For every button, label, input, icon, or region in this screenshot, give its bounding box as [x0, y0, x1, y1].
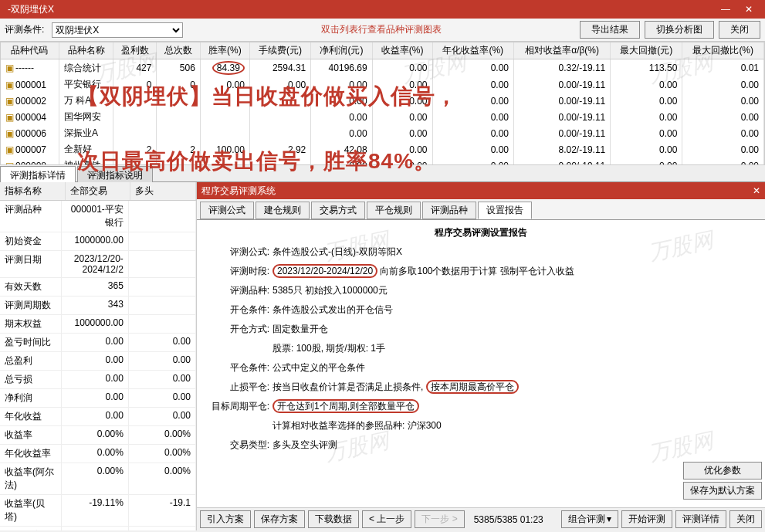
col-header[interactable]: 胜率(%)	[200, 42, 249, 59]
report-tab[interactable]: 评测品种	[422, 202, 476, 219]
value-cell: 0.00	[682, 76, 764, 93]
report-line: 止损平仓:按当日收盘价计算是否满足止损条件, 按本周期最高价平仓	[208, 381, 754, 394]
close2-button[interactable]: 关闭	[729, 510, 762, 528]
col-header[interactable]: 手续费(元)	[249, 42, 310, 59]
value-cell: 2	[157, 141, 200, 158]
value-cell: 0.00	[611, 76, 682, 93]
report-tab[interactable]: 建仓规则	[256, 202, 310, 219]
prev-button[interactable]: < 上一步	[362, 510, 411, 528]
table-row[interactable]: ▣000002万 科A0.000.000.000.00/-19.110.000.…	[1, 93, 764, 109]
report-line: 开仓方式:固定数量开仓	[208, 323, 754, 336]
next-button[interactable]: 下一步 >	[415, 510, 464, 528]
bottom-split: 指标名称 全部交易 多头 评测品种000001-平安银行初始资金1000000.…	[0, 182, 765, 530]
tab-indicator-detail[interactable]: 评测指标详情	[0, 166, 76, 182]
value-cell	[113, 125, 157, 141]
report-line: 开仓条件:条件选股公式发出的开仓信号	[208, 303, 754, 317]
table-row[interactable]: ▣000006深振业A0.000.000.000.00/-19.110.000.…	[1, 125, 764, 141]
col-header[interactable]: 年化收益率(%)	[432, 42, 513, 59]
value-cell	[200, 109, 249, 125]
indicator-row: 收益率(贝塔)-19.11%-19.1	[0, 495, 196, 527]
col-header[interactable]: 盈利数	[113, 42, 157, 59]
report-area: 程序交易评测设置报告 评测公式:条件选股公式-(日线)-双阴等阳X评测时段:20…	[197, 220, 765, 507]
col-header[interactable]: 收益率(%)	[372, 42, 432, 59]
report-line: 目标周期平仓:开仓达到1个周期,则全部数量平仓	[208, 400, 754, 413]
col-header[interactable]: 相对收益率α/β(%)	[514, 42, 611, 59]
value-cell	[157, 109, 200, 125]
col-header[interactable]: 净利润(元)	[311, 42, 372, 59]
value-cell: 0.00	[249, 76, 310, 93]
indicator-row: 期末权益1000000.00	[0, 315, 196, 334]
indicator-row: 盈亏时间比0.000.00	[0, 334, 196, 352]
value-cell	[113, 158, 157, 165]
report-tabs: 评测公式建仓规则交易方式平仓规则评测品种设置报告	[197, 199, 765, 220]
col-header[interactable]: 总次数	[157, 42, 200, 59]
value-cell	[113, 109, 157, 125]
switch-chart-button[interactable]: 切换分析图	[645, 21, 714, 39]
report-line: 平仓条件:公式中定义的平仓条件	[208, 361, 754, 374]
value-cell	[157, 93, 200, 109]
import-button[interactable]: 引入方案	[200, 510, 251, 528]
folder-icon: ▣	[5, 112, 14, 123]
value-cell: 2	[113, 141, 157, 158]
col-header[interactable]: 品种代码	[1, 42, 59, 59]
value-cell: 0.00	[372, 109, 432, 125]
results-table-wrap: 品种代码品种名称盈利数总次数胜率(%)手续费(元)净利润(元)收益率(%)年化收…	[0, 42, 765, 165]
value-cell: 0.00	[311, 93, 372, 109]
report-tab[interactable]: 评测公式	[200, 202, 254, 219]
value-cell: 2594.31	[249, 59, 310, 77]
value-cell: 2.92	[249, 141, 310, 158]
table-row[interactable]: ▣000007全新好22100.002.9242.080.000.008.02/…	[1, 141, 764, 158]
save-button[interactable]: 保存方案	[254, 510, 305, 528]
value-cell: 0	[113, 76, 157, 93]
code-cell: ▣000004	[1, 109, 59, 125]
report-title: 程序交易评测设置报告	[208, 226, 754, 239]
indicator-row: 评测周期数343	[0, 296, 196, 315]
value-cell: 0.00	[200, 76, 249, 93]
save-default-button[interactable]: 保存为默认方案	[683, 482, 762, 500]
export-button[interactable]: 导出结果	[580, 21, 640, 39]
table-row[interactable]: ▣000008神州高铁0.000.000.000.00/-19.110.000.…	[1, 158, 764, 165]
report-tab[interactable]: 设置报告	[478, 202, 532, 219]
close-button[interactable]: 关闭	[719, 21, 760, 39]
eval-detail-button[interactable]: 评测详情	[675, 510, 726, 528]
value-cell: 0.00	[372, 59, 432, 77]
subwindow-close-button[interactable]: ✕	[753, 185, 760, 196]
close-window-button[interactable]: ✕	[737, 2, 760, 17]
report-line: 计算相对收益率选择的参照品种: 沪深300	[208, 419, 754, 432]
folder-icon: ▣	[5, 128, 14, 139]
name-cell: 国华网安	[59, 109, 113, 125]
indicator-row: 总亏损0.000.00	[0, 371, 196, 389]
indicator-row: 有效天数365	[0, 278, 196, 296]
download-button[interactable]: 下载数据	[308, 510, 359, 528]
combo-eval-button[interactable]: 组合评测	[561, 510, 618, 528]
window-title: -双阴埋伏X	[5, 3, 714, 16]
start-eval-button[interactable]: 开始评测	[621, 510, 672, 528]
subwindow-titlebar: 程序交易评测系统 ✕	[197, 182, 765, 199]
report-tab[interactable]: 平仓规则	[367, 202, 421, 219]
col-header[interactable]: 品种名称	[59, 42, 113, 59]
name-cell: 神州高铁	[59, 158, 113, 165]
value-cell: 0.00	[432, 158, 513, 165]
indicator-panel: 指标名称 全部交易 多头 评测品种000001-平安银行初始资金1000000.…	[0, 182, 197, 530]
name-cell: 深振业A	[59, 125, 113, 141]
folder-icon: ▣	[5, 144, 14, 155]
minimize-button[interactable]: —	[714, 2, 737, 17]
tab-indicator-desc[interactable]: 评测指标说明	[77, 166, 153, 182]
code-cell: ▣000001	[1, 76, 59, 93]
table-row[interactable]: ▣000001平安银行000.000.000.000.000.000.00/-1…	[1, 76, 764, 93]
col-header[interactable]: 最大回撤比(%)	[682, 42, 764, 59]
name-cell: 全新好	[59, 141, 113, 158]
report-tab[interactable]: 交易方式	[311, 202, 365, 219]
code-cell: ▣------	[1, 59, 59, 77]
col-header[interactable]: 最大回撤(元)	[611, 42, 682, 59]
condition-select[interactable]: 双阴埋伏X	[52, 22, 183, 38]
indicator-row: 平均利润0.000.00	[0, 527, 196, 530]
folder-icon: ▣	[5, 96, 14, 107]
value-cell: 0.00	[432, 59, 513, 77]
indicator-row: 评测品种000001-平安银行	[0, 201, 196, 232]
optimize-button[interactable]: 优化参数	[683, 462, 762, 479]
table-row[interactable]: ▣------综合统计42750684.392594.3140196.690.0…	[1, 59, 764, 77]
window-titlebar: -双阴埋伏X — ✕	[0, 0, 765, 19]
table-row[interactable]: ▣000004国华网安0.000.000.000.00/-19.110.000.…	[1, 109, 764, 125]
results-table[interactable]: 品种代码品种名称盈利数总次数胜率(%)手续费(元)净利润(元)收益率(%)年化收…	[1, 42, 764, 165]
